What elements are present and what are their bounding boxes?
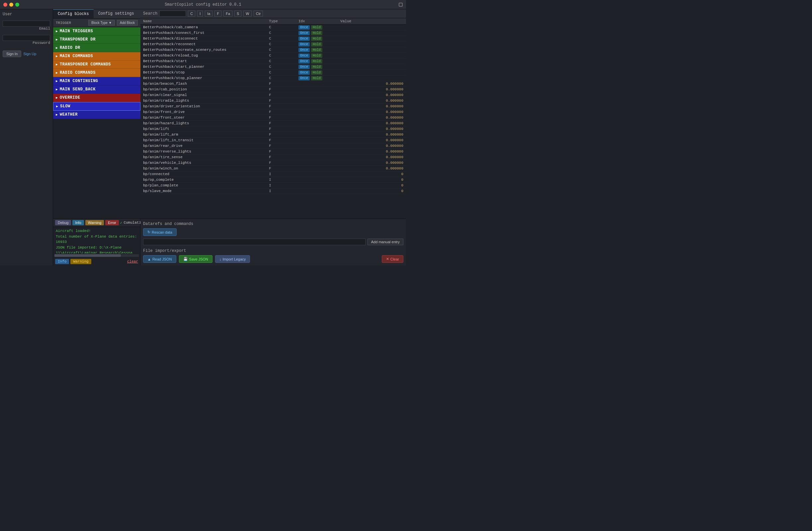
expand-arrow-icon: ▶ [56,46,58,50]
table-row[interactable]: bp/anim/cab_position F 0.000000 [141,87,406,93]
warning-badge[interactable]: Warning [70,259,91,264]
manual-entry-input[interactable] [143,239,365,245]
table-row[interactable]: bp/anim/driver_orientation F 0.000000 [141,104,406,109]
table-row[interactable]: BetterPushback/stop C OnceHold [141,70,406,75]
table-row[interactable]: bp/anim/vehicle_lights F 0.000000 [141,160,406,166]
read-json-button[interactable]: ▲ Read JSON [143,255,176,263]
table-row[interactable]: BetterPushback/reconnect C OnceHold [141,42,406,47]
list-item[interactable]: ▶ OVERRIDE [53,94,141,102]
info-button[interactable]: Info [72,220,84,225]
hold-badge: Hold [311,65,322,69]
filter-s-button[interactable]: S [234,11,241,17]
email-input[interactable] [3,20,50,27]
close-button[interactable] [3,3,7,6]
trigger-label: TRIGGER [56,21,86,25]
table-row[interactable]: bp/anim/front_steer F 0.000000 [141,115,406,121]
filter-ctr-button[interactable]: Ctr [253,11,263,17]
table-row[interactable]: bp/connected I 0 [141,171,406,177]
col-header-value: Value [340,19,403,23]
tab-config-blocks[interactable]: Config blocks [53,9,93,18]
password-input[interactable] [3,35,50,41]
password-label: Password [3,41,50,45]
table-row[interactable]: bp/slave_mode I 0 [141,188,406,194]
list-item[interactable]: ▶ MAIN TRIGGERS [53,27,141,36]
table-row[interactable]: bp/anim/cradle_lights F 0.000000 [141,98,406,104]
table-row[interactable]: bp/anim/rear_drive F 0.000000 [141,143,406,149]
hold-badge: Hold [311,42,322,46]
table-row[interactable]: bp/op_complete I 0 [141,177,406,183]
table-row[interactable]: bp/anim/reverse_lights F 0.000000 [141,149,406,154]
table-row[interactable]: bp/anim/hazard_lights F 0.000000 [141,121,406,126]
table-row[interactable]: bp/anim/lift F 0.000000 [141,126,406,132]
table-row[interactable]: bp/plan_complete I 0 [141,183,406,188]
list-item[interactable]: ▶ RADIO DR [53,44,141,52]
list-item[interactable]: ▶ MAIN COMMANDS [53,52,141,60]
block-type-button[interactable]: Block Type ▼ [88,20,115,26]
table-row[interactable]: bp/anim/lift_in_transit F 0.000000 [141,138,406,143]
log-panel: Debug Info Warning Error ✓ Cumulative Ai… [53,218,140,266]
table-row[interactable]: BetterPushback/connect_first C OnceHold [141,30,406,36]
table-row[interactable]: BetterPushback/cab_camera C OnceHold [141,25,406,30]
error-button[interactable]: Error [105,220,118,225]
log-scrollbar[interactable] [55,254,139,257]
debug-button[interactable]: Debug [55,220,71,225]
list-item[interactable]: ▶ TRANSPONDER COMMANDS [53,60,141,69]
table-row[interactable]: bp/anim/winch_on F 0.000000 [141,166,406,171]
filter-f-button[interactable]: F [215,11,221,17]
filter-ia-button[interactable]: Ia [205,11,213,17]
table-row[interactable]: bp/anim/tire_sense F 0.000000 [141,154,406,160]
table-row[interactable]: bp/anim/beacon_flash F 0.000000 [141,81,406,87]
list-item[interactable]: ▶ MAIN SEND_BACK [53,85,141,94]
window-controls[interactable] [3,3,19,6]
rescan-button[interactable]: ↻ Rescan data [143,228,177,236]
scrollbar-thumb[interactable] [55,254,121,257]
filter-c-button[interactable]: C [188,11,195,17]
hold-badge: Hold [311,31,322,35]
list-item[interactable]: ▶ MAIN CONTINUING [53,77,141,85]
trigger-header: TRIGGER Block Type ▼ Add Block [53,18,141,27]
filter-fa-button[interactable]: Fa [223,11,232,17]
table-row[interactable]: bp/anim/lift_arm F 0.000000 [141,132,406,138]
save-json-button[interactable]: 💾 Save JSON [179,255,213,263]
once-badge: Once [299,65,310,69]
table-row[interactable]: BetterPushback/reload_tug C OnceHold [141,53,406,58]
file-section-title: File import/export [143,249,403,253]
once-badge: Once [299,48,310,52]
tab-bar: Config blocks Config settings [53,9,141,18]
signup-button[interactable]: Sign Up [23,51,36,57]
table-row[interactable]: BetterPushback/recreate_scenery_routes C… [141,47,406,53]
table-row[interactable]: BetterPushback/start C OnceHold [141,58,406,64]
list-item[interactable]: ▶ WEATHER [53,111,141,119]
import-legacy-button[interactable]: ↓ Import Legacy [215,255,250,263]
clear-link[interactable]: clear [127,260,138,264]
expand-arrow-icon: ▶ [56,79,58,83]
add-block-button[interactable]: Add Block [117,20,138,26]
list-item-slow[interactable]: ▶ SLOW [53,102,141,111]
table-row[interactable]: bp/anim/clear_signal F 0.000000 [141,93,406,98]
filter-w-button[interactable]: W [243,11,251,17]
tab-config-settings[interactable]: Config settings [93,9,139,18]
email-label: Email [3,27,50,31]
table-row[interactable]: BetterPushback/start_planner C OnceHold [141,64,406,70]
filter-i-button[interactable]: I [197,11,203,17]
svg-rect-0 [399,3,402,6]
table-row[interactable]: BetterPushback/stop_planner C OnceHold [141,75,406,81]
table-row[interactable]: BetterPushback/disconnect C OnceHold [141,36,406,42]
main-layout: User Email Password Sign In Sign Up Conf… [0,9,406,266]
hold-badge: Hold [311,54,322,58]
right-toolbar: Search C I Ia F Fa S W Ctr [141,9,406,18]
list-item[interactable]: ▶ RADIO COMMANDS [53,69,141,77]
warning-button[interactable]: Warning [85,220,104,225]
maximize-button[interactable] [15,3,19,6]
clear-button[interactable]: ✕ Clear [382,255,403,263]
log-line: JSON file imported: D:\X-Plane 11\Aircra… [56,245,137,254]
block-type-label: Block Type [91,21,107,25]
search-input[interactable] [159,11,186,17]
info-badge[interactable]: Info [55,259,69,264]
minimize-button[interactable] [9,3,13,6]
signin-button[interactable]: Sign In [3,51,21,57]
list-item[interactable]: ▶ TRANSPONDER DR [53,36,141,44]
add-manual-button[interactable]: Add manual entry [367,239,403,245]
search-label: Search [143,11,157,16]
table-row[interactable]: bp/anim/front_drive F 0.000000 [141,109,406,115]
